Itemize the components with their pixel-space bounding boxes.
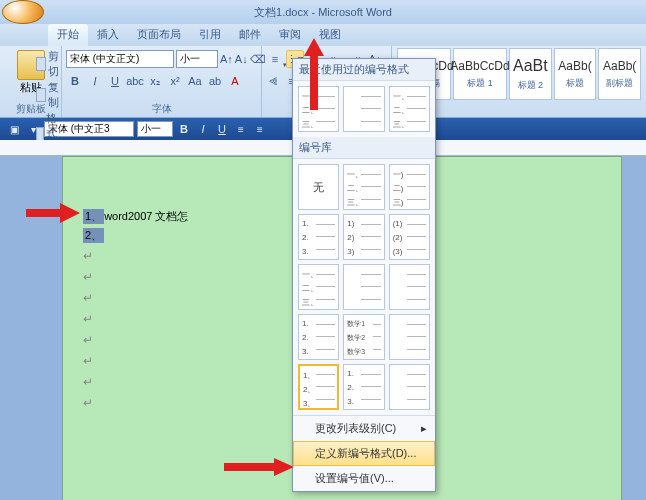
superscript-button[interactable]: x²	[166, 72, 184, 90]
num-format-none[interactable]: 无	[298, 164, 339, 210]
group-label-clipboard: 剪贴板	[0, 102, 61, 116]
office-button[interactable]	[2, 0, 44, 24]
numbering-dropdown: 最近使用过的编号格式 一、 二、 三、 一、 二、 三、 编号库 无 一、二、三…	[292, 58, 436, 492]
style-item[interactable]: AaBbCcDd标题 1	[453, 48, 507, 100]
grow-font-button[interactable]: A↑	[220, 50, 233, 68]
shrink-font-button[interactable]: A↓	[235, 50, 248, 68]
strike-button[interactable]: abc	[126, 72, 144, 90]
font-color-button[interactable]: A	[226, 72, 244, 90]
mini-align[interactable]: ≡	[233, 121, 249, 137]
scissors-icon	[36, 57, 46, 71]
bullets-button[interactable]: ≡	[266, 50, 284, 68]
title-bar: 文档1.docx - Microsoft Word	[0, 0, 646, 24]
list-number: 2、	[83, 228, 104, 243]
num-format[interactable]: 一、二、三、	[298, 264, 339, 310]
mini-underline[interactable]: U	[214, 121, 230, 137]
svg-marker-0	[26, 203, 80, 223]
mini-bold[interactable]: B	[176, 121, 192, 137]
subscript-button[interactable]: x₂	[146, 72, 164, 90]
tab-references[interactable]: 引用	[190, 24, 230, 46]
mini-align2[interactable]: ≡	[252, 121, 268, 137]
tab-insert[interactable]: 插入	[88, 24, 128, 46]
group-font: A↑ A↓ ⌫ B I U abc x₂ x² Aa ab A 字体	[62, 46, 262, 117]
change-case-button[interactable]: Aa	[186, 72, 204, 90]
num-format[interactable]	[389, 364, 430, 410]
highlight-button[interactable]: ab	[206, 72, 224, 90]
mini-save-icon[interactable]: ▣	[6, 121, 22, 137]
svg-marker-1	[304, 38, 324, 110]
italic-button[interactable]: I	[86, 72, 104, 90]
cut-button[interactable]: 剪切	[36, 49, 63, 79]
font-size-select[interactable]	[176, 50, 218, 68]
style-item[interactable]: AaBt标题 2	[509, 48, 552, 100]
annotation-arrow-icon	[24, 198, 80, 228]
set-number-value[interactable]: 设置编号值(V)...	[293, 466, 435, 491]
annotation-arrow-icon	[222, 456, 294, 478]
mini-italic[interactable]: I	[195, 121, 211, 137]
tab-layout[interactable]: 页面布局	[128, 24, 190, 46]
style-item[interactable]: AaBb(副标题	[598, 48, 641, 100]
num-format[interactable]: 一)二)三)	[389, 164, 430, 210]
copy-icon	[36, 88, 46, 102]
align-left-button[interactable]: ⫷	[266, 72, 282, 90]
annotation-arrow-icon	[302, 38, 326, 110]
list-number: 1、	[83, 209, 104, 224]
tab-mail[interactable]: 邮件	[230, 24, 270, 46]
change-list-level[interactable]: 更改列表级别(C)▸	[293, 416, 435, 441]
group-label-font: 字体	[62, 102, 261, 116]
brush-icon	[36, 127, 44, 141]
define-new-format[interactable]: 定义新编号格式(D)...	[293, 441, 435, 466]
num-format[interactable]	[389, 264, 430, 310]
num-format[interactable]: 一、二、三、	[343, 164, 384, 210]
tab-home[interactable]: 开始	[48, 24, 88, 46]
bold-button[interactable]: B	[66, 72, 84, 90]
style-item[interactable]: AaBb(标题	[554, 48, 597, 100]
num-format[interactable]: 1)2)3)	[343, 214, 384, 260]
num-format[interactable]	[389, 314, 430, 360]
svg-marker-2	[224, 458, 294, 476]
section-library: 编号库	[293, 137, 435, 159]
underline-button[interactable]: U	[106, 72, 124, 90]
num-format[interactable]: 数学1数学2数学3	[343, 314, 384, 360]
window-title: 文档1.docx - Microsoft Word	[254, 5, 392, 20]
group-clipboard: 粘贴 剪切 复制 格式刷 剪贴板	[0, 46, 62, 117]
num-format[interactable]	[343, 264, 384, 310]
mini-font-size[interactable]	[137, 121, 173, 137]
num-format-selected[interactable]: 1、2、3、	[298, 364, 339, 410]
num-format-recent[interactable]	[343, 86, 384, 132]
num-format[interactable]: 1.2.3.	[343, 364, 384, 410]
dropdown-footer: 更改列表级别(C)▸ 定义新编号格式(D)... 设置编号值(V)...	[293, 415, 435, 491]
num-format[interactable]: 1.2.3.	[298, 314, 339, 360]
num-format-recent[interactable]: 一、 二、 三、	[389, 86, 430, 132]
font-name-select[interactable]	[66, 50, 174, 68]
num-format[interactable]: (1)(2)(3)	[389, 214, 430, 260]
num-format[interactable]: 1.2.3.	[298, 214, 339, 260]
doc-text: word2007 文档怎	[104, 209, 188, 224]
